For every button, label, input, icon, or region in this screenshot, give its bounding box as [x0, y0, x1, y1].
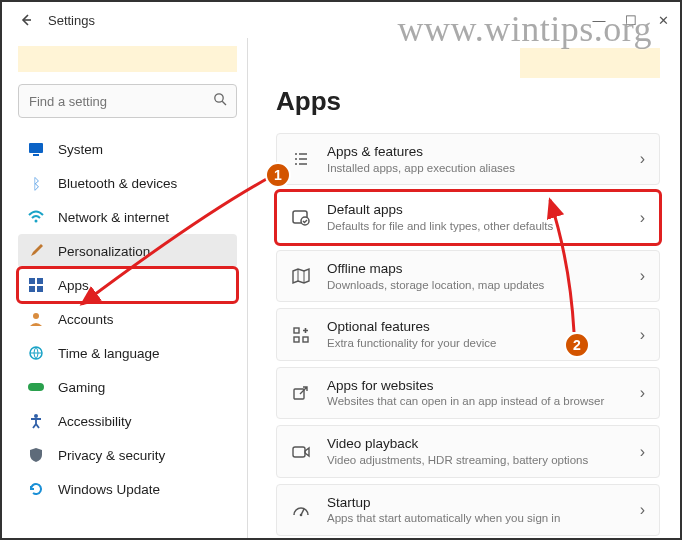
sidebar-item-apps[interactable]: Apps: [18, 268, 237, 302]
card-sub: Extra functionality for your device: [327, 336, 640, 351]
svg-point-8: [33, 313, 39, 319]
card-sub: Video adjustments, HDR streaming, batter…: [327, 453, 640, 468]
svg-point-11: [34, 414, 38, 418]
card-apps-features[interactable]: Apps & featuresInstalled apps, app execu…: [276, 133, 660, 185]
brush-icon: [26, 241, 46, 261]
sidebar-item-accounts[interactable]: Accounts: [18, 302, 237, 336]
sidebar-item-network[interactable]: Network & internet: [18, 200, 237, 234]
card-sub: Downloads, storage location, map updates: [327, 278, 640, 293]
nav-label: Personalization: [58, 244, 150, 259]
card-sub: Installed apps, app execution aliases: [327, 161, 640, 176]
annotation-badge-1: 1: [265, 162, 291, 188]
card-optional-features[interactable]: Optional featuresExtra functionality for…: [276, 308, 660, 360]
svg-rect-2: [33, 154, 39, 156]
nav-label: Windows Update: [58, 482, 160, 497]
search-input[interactable]: [18, 84, 237, 118]
nav-label: Time & language: [58, 346, 160, 361]
update-icon: [26, 479, 46, 499]
arrow-left-icon: [19, 13, 33, 27]
svg-rect-7: [37, 286, 43, 292]
list-icon: [289, 147, 313, 171]
card-sub: Websites that can open in an app instead…: [327, 394, 640, 409]
chevron-right-icon: ›: [640, 384, 645, 402]
svg-point-13: [301, 217, 309, 225]
card-default-apps[interactable]: Default appsDefaults for file and link t…: [276, 191, 660, 243]
nav-label: Accessibility: [58, 414, 132, 429]
annotation-badge-2: 2: [564, 332, 590, 358]
chevron-right-icon: ›: [640, 326, 645, 344]
wifi-icon: [26, 207, 46, 227]
card-sub: Defaults for file and link types, other …: [327, 219, 640, 234]
sidebar-item-privacy[interactable]: Privacy & security: [18, 438, 237, 472]
sidebar-item-personalization[interactable]: Personalization: [18, 234, 237, 268]
card-video-playback[interactable]: Video playbackVideo adjustments, HDR str…: [276, 425, 660, 477]
chevron-right-icon: ›: [640, 209, 645, 227]
sidebar-item-time[interactable]: Time & language: [18, 336, 237, 370]
minimize-button[interactable]: —: [592, 13, 606, 28]
sidebar-item-update[interactable]: Windows Update: [18, 472, 237, 506]
card-sub: Apps that start automatically when you s…: [327, 511, 640, 526]
svg-rect-1: [29, 143, 43, 153]
bluetooth-icon: ᛒ: [26, 173, 46, 193]
apps-icon: [26, 275, 46, 295]
redacted-block: [520, 48, 660, 78]
card-title: Startup: [327, 494, 640, 512]
card-startup[interactable]: StartupApps that start automatically whe…: [276, 484, 660, 536]
nav-label: Accounts: [58, 312, 114, 327]
card-title: Optional features: [327, 318, 640, 336]
svg-rect-4: [29, 278, 35, 284]
maximize-button[interactable]: ☐: [624, 13, 638, 28]
gamepad-icon: [26, 377, 46, 397]
sidebar: System ᛒ Bluetooth & devices Network & i…: [2, 38, 248, 538]
back-button[interactable]: [12, 6, 40, 34]
window-title: Settings: [48, 13, 95, 28]
card-apps-websites[interactable]: Apps for websitesWebsites that can open …: [276, 367, 660, 419]
card-title: Apps & features: [327, 143, 640, 161]
svg-rect-15: [294, 337, 299, 342]
account-block: [18, 46, 237, 72]
shield-icon: [26, 445, 46, 465]
svg-point-0: [215, 94, 223, 102]
svg-point-3: [35, 220, 38, 223]
nav-label: Bluetooth & devices: [58, 176, 177, 191]
sidebar-item-bluetooth[interactable]: ᛒ Bluetooth & devices: [18, 166, 237, 200]
default-apps-icon: [289, 206, 313, 230]
share-icon: [289, 381, 313, 405]
nav-label: Network & internet: [58, 210, 169, 225]
close-button[interactable]: ✕: [656, 13, 670, 28]
nav-list: System ᛒ Bluetooth & devices Network & i…: [18, 132, 237, 506]
nav-label: Apps: [58, 278, 89, 293]
svg-rect-18: [293, 447, 305, 457]
person-icon: [26, 309, 46, 329]
chevron-right-icon: ›: [640, 150, 645, 168]
page-title: Apps: [276, 86, 660, 117]
card-title: Offline maps: [327, 260, 640, 278]
sidebar-item-system[interactable]: System: [18, 132, 237, 166]
card-offline-maps[interactable]: Offline mapsDownloads, storage location,…: [276, 250, 660, 302]
accessibility-icon: [26, 411, 46, 431]
search-icon: [213, 92, 227, 109]
system-icon: [26, 139, 46, 159]
sidebar-item-gaming[interactable]: Gaming: [18, 370, 237, 404]
search-wrap: [18, 84, 237, 118]
nav-label: Privacy & security: [58, 448, 165, 463]
card-title: Apps for websites: [327, 377, 640, 395]
chevron-right-icon: ›: [640, 501, 645, 519]
video-icon: [289, 440, 313, 464]
svg-rect-17: [294, 389, 304, 399]
svg-rect-16: [303, 337, 308, 342]
svg-point-19: [300, 514, 303, 517]
titlebar: Settings — ☐ ✕: [2, 2, 680, 38]
card-title: Default apps: [327, 201, 640, 219]
cards-list: Apps & featuresInstalled apps, app execu…: [276, 133, 660, 536]
nav-label: Gaming: [58, 380, 105, 395]
svg-rect-6: [29, 286, 35, 292]
card-title: Video playback: [327, 435, 640, 453]
svg-rect-5: [37, 278, 43, 284]
chevron-right-icon: ›: [640, 443, 645, 461]
nav-label: System: [58, 142, 103, 157]
sidebar-item-accessibility[interactable]: Accessibility: [18, 404, 237, 438]
main-panel: Apps Apps & featuresInstalled apps, app …: [248, 38, 680, 538]
chevron-right-icon: ›: [640, 267, 645, 285]
svg-rect-10: [28, 383, 44, 391]
